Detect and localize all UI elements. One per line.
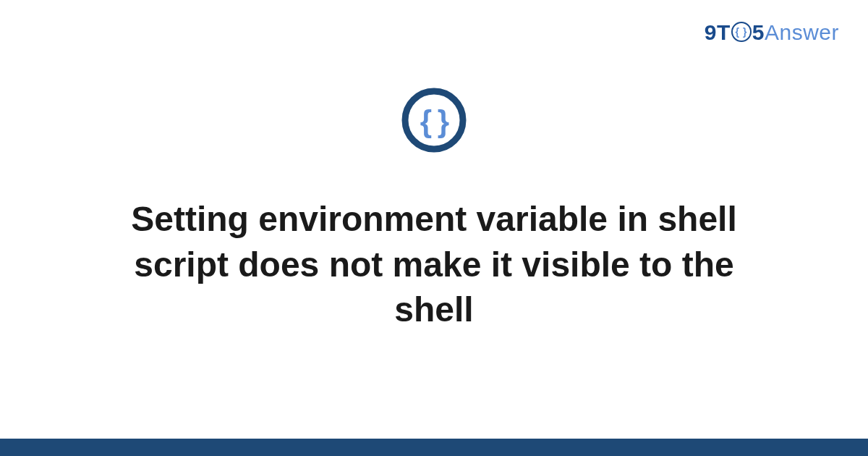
- main-content: { } Setting environment variable in shel…: [0, 0, 868, 456]
- category-braces-icon: { }: [401, 87, 467, 153]
- bottom-accent-bar: [0, 439, 868, 456]
- page-title: Setting environment variable in shell sc…: [72, 197, 796, 332]
- svg-text:{ }: { }: [420, 104, 449, 138]
